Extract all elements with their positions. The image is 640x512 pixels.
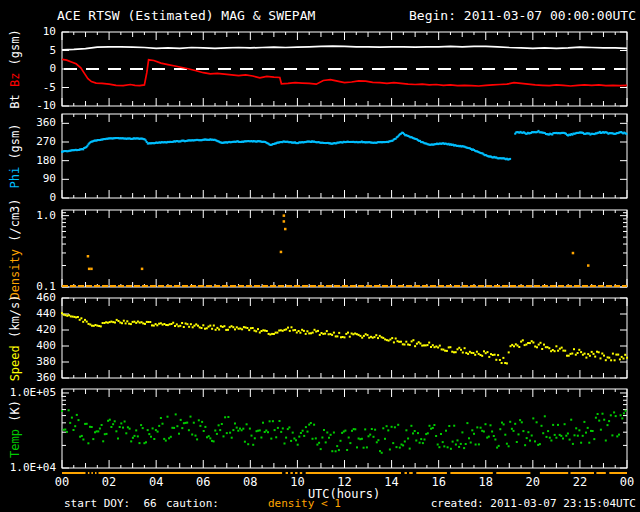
y-axis-label-density: Density (/cm3) [8,198,22,299]
y-tick-label: 1.0E+04 [0,462,56,474]
series-Bz [62,59,627,86]
series-Phi [61,132,511,161]
y-axis-label-speed: Speed (km/s) [8,295,22,382]
y-axis-label-part: Bt [8,87,22,109]
x-tick-label: 04 [142,476,170,489]
y-axis-label-part: Phi [8,167,22,189]
panel-speed [61,298,628,378]
y-tick-label: 1.0E+05 [0,387,56,399]
series-Bt [62,46,627,50]
series-Speed [61,312,628,364]
caution-label: caution: [166,497,219,510]
x-tick-label: 20 [519,476,547,489]
x-tick-label: 02 [95,476,123,489]
x-tick-label: 00 [613,476,640,489]
created-timestamp: created: 2011-03-07 23:15:04UTC [431,497,636,510]
y-axis-label-part: (K) [8,400,22,429]
series-Phi-late [514,130,627,137]
series-Temp [61,409,627,454]
x-tick-label: 22 [566,476,594,489]
y-axis-label-part: (gsm) [8,123,22,166]
caution-value: density < 1 [268,497,341,510]
x-tick-label: 14 [378,476,406,489]
x-tick-label: 18 [472,476,500,489]
start-doy-label: start DOY: 66 [64,497,157,510]
y-axis-label-bt-bz: Bt Bz (gsm) [8,29,22,109]
panel-density [62,210,627,287]
caution-bar [62,472,627,474]
x-tick-label: 06 [189,476,217,489]
y-axis-label-phi: Phi (gsm) [8,123,22,188]
panel-temp [61,389,627,468]
x-tick-label: 08 [236,476,264,489]
panel-bt-bz [62,32,627,106]
panel-phi [61,114,627,198]
y-axis-label-temp: Temp (K) [8,400,22,458]
y-axis-label-part: (km/s) [8,295,22,346]
series-density-points [87,214,590,270]
y-axis-label-part: Bz [8,73,22,87]
ace-rtsw-chart: ACE RTSW (Estimated) MAG & SWEPAM Begin:… [0,0,640,512]
plot-canvas [0,0,640,512]
y-axis-label-part: Speed [8,345,22,381]
y-axis-label-part: (/cm3) [8,198,22,249]
x-tick-label: 16 [425,476,453,489]
x-tick-label: 00 [48,476,76,489]
y-axis-label-part: Temp [8,429,22,458]
y-axis-label-part: (gsm) [8,29,22,72]
